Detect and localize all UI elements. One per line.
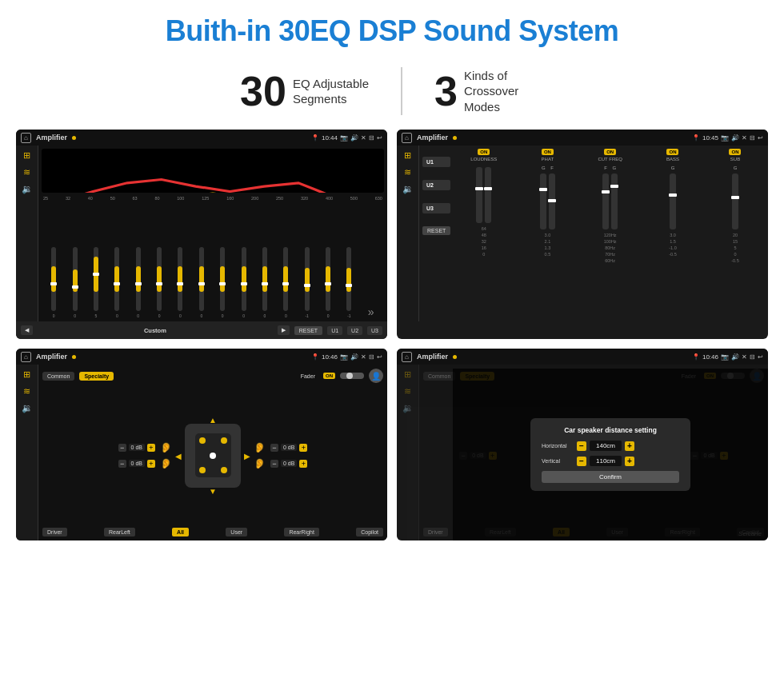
vol-icon-2[interactable]: 🔉 <box>402 184 414 194</box>
db-plus-br[interactable]: + <box>299 460 307 468</box>
slider-2[interactable]: 0 <box>73 247 78 318</box>
db-minus-br[interactable]: − <box>270 460 278 468</box>
driver-btn[interactable]: Driver <box>42 528 67 536</box>
minimize-icon[interactable]: ⊟ <box>369 134 374 142</box>
user-btn[interactable]: User <box>226 528 247 536</box>
bass-on[interactable]: ON <box>666 149 678 155</box>
eq-icon[interactable]: ⊞ <box>23 150 30 161</box>
wave-icon-3[interactable]: ≋ <box>23 386 30 397</box>
vol-icon-3[interactable]: 🔉 <box>22 403 33 413</box>
u2-btn[interactable]: U2 <box>422 180 450 190</box>
cutfreq-slider-f[interactable] <box>602 173 609 229</box>
close-icon[interactable]: ✕ <box>361 134 366 142</box>
slider-15[interactable]: -1 <box>346 247 351 318</box>
slider-6[interactable]: 0 <box>157 247 162 318</box>
minimize-icon-2[interactable]: ⊟ <box>750 134 755 142</box>
tab-common[interactable]: Common <box>42 372 74 381</box>
right-arrow[interactable]: ▶ <box>244 451 250 460</box>
rear-right-btn[interactable]: RearRight <box>284 528 319 536</box>
slider-14[interactable]: 0 <box>326 247 330 318</box>
eq-icon-3[interactable]: ⊞ <box>23 369 30 380</box>
db-minus-bl[interactable]: − <box>118 460 126 468</box>
copilot-btn[interactable]: Copilot <box>356 528 383 536</box>
left-arrow[interactable]: ◀ <box>175 451 182 460</box>
home-icon-2[interactable]: ⌂ <box>402 133 412 143</box>
fader-on[interactable]: ON <box>323 373 335 379</box>
topbar-time-2: 10:45 <box>702 134 718 142</box>
sub-on[interactable]: ON <box>729 149 741 155</box>
db-plus-tl[interactable]: + <box>147 444 155 452</box>
screen-crossover-title: Amplifier <box>417 134 448 142</box>
slider-12[interactable]: 0 <box>283 247 288 318</box>
loudness-slider-r[interactable] <box>485 167 491 223</box>
dialog-vertical-label: Vertical <box>542 458 574 464</box>
back-icon-4[interactable]: ↩ <box>758 353 763 361</box>
eq-u3-btn[interactable]: U3 <box>367 326 382 335</box>
minimize-icon-3[interactable]: ⊟ <box>369 353 374 361</box>
slider-11[interactable]: 0 <box>262 247 267 318</box>
eq-reset-btn[interactable]: RESET <box>294 326 322 335</box>
slider-13[interactable]: -1 <box>305 247 310 318</box>
db-minus-tl[interactable]: − <box>118 444 126 452</box>
close-icon-4[interactable]: ✕ <box>742 353 747 361</box>
vol-down-icon[interactable]: 🔉 <box>22 184 33 194</box>
slider-10[interactable]: 0 <box>242 247 246 318</box>
dialog-vertical-plus[interactable]: + <box>625 457 634 466</box>
slider-7[interactable]: 0 <box>178 247 182 318</box>
home-icon-4[interactable]: ⌂ <box>402 352 412 362</box>
back-icon-2[interactable]: ↩ <box>758 134 763 142</box>
slider-8[interactable]: 0 <box>199 247 204 318</box>
back-icon-3[interactable]: ↩ <box>377 353 382 361</box>
slider-1[interactable]: 0 <box>51 247 56 318</box>
phat-col: ON PHAT G F 3.0 2.1 1.3 0.5 <box>535 149 559 318</box>
dialog-vertical-minus[interactable]: − <box>577 457 586 466</box>
dialog-horizontal-plus[interactable]: + <box>625 441 634 451</box>
phat-slider-g[interactable] <box>540 173 546 229</box>
phat-slider-f[interactable] <box>549 173 555 229</box>
u3-btn[interactable]: U3 <box>422 203 450 213</box>
loudness-slider-l[interactable] <box>476 167 482 223</box>
slider-chevron[interactable]: » <box>368 305 374 318</box>
home-icon[interactable]: ⌂ <box>21 133 31 143</box>
u1-btn[interactable]: U1 <box>422 157 450 167</box>
status-dot-3 <box>72 355 76 359</box>
slider-9[interactable]: 0 <box>220 247 225 318</box>
crossover-reset[interactable]: RESET <box>422 226 450 235</box>
slider-4[interactable]: 0 <box>114 247 119 318</box>
db-plus-tr[interactable]: + <box>299 444 307 452</box>
minimize-icon-4[interactable]: ⊟ <box>750 353 755 361</box>
up-arrow[interactable]: ▲ <box>209 416 217 425</box>
sp-dot-rl <box>199 467 206 473</box>
cutfreq-on[interactable]: ON <box>604 149 616 155</box>
loudness-on[interactable]: ON <box>478 149 490 155</box>
dialog-title: Car speaker distance setting <box>542 426 679 434</box>
fader-slider[interactable] <box>340 373 364 379</box>
all-btn[interactable]: All <box>172 528 189 536</box>
dialog-confirm-btn[interactable]: Confirm <box>542 471 679 483</box>
eq-icon-2[interactable]: ⊞ <box>404 150 411 161</box>
screen-speaker: ⌂ Amplifier 📍 10:46 📷 🔊 ✕ ⊟ ↩ ⊞ ≋ 🔉 Com <box>16 349 387 540</box>
close-icon-3[interactable]: ✕ <box>361 353 366 361</box>
eq-u1-btn[interactable]: U1 <box>327 326 342 335</box>
db-plus-bl[interactable]: + <box>147 460 155 468</box>
eq-prev-btn[interactable]: ◀ <box>21 325 33 335</box>
slider-5[interactable]: 0 <box>136 247 141 318</box>
db-minus-tr[interactable]: − <box>270 444 278 452</box>
down-arrow[interactable]: ▼ <box>209 487 217 496</box>
tab-specialty[interactable]: Specialty <box>79 372 114 381</box>
home-icon-3[interactable]: ⌂ <box>21 352 31 362</box>
eq-u2-btn[interactable]: U2 <box>347 326 362 335</box>
rear-left-btn[interactable]: RearLeft <box>104 528 135 536</box>
wave-icon-2[interactable]: ≋ <box>404 167 411 177</box>
screen-crossover-topbar: ⌂ Amplifier 📍 10:45 📷 🔊 ✕ ⊟ ↩ <box>397 130 768 146</box>
wave-icon[interactable]: ≋ <box>23 167 30 177</box>
phat-on[interactable]: ON <box>542 149 554 155</box>
cutfreq-slider-g[interactable] <box>611 173 618 229</box>
close-icon-2[interactable]: ✕ <box>742 134 747 142</box>
eq-next-btn[interactable]: ▶ <box>278 325 290 335</box>
slider-3[interactable]: 5 <box>94 247 98 318</box>
back-icon[interactable]: ↩ <box>377 134 382 142</box>
bass-slider[interactable] <box>670 173 676 229</box>
dialog-horizontal-minus[interactable]: − <box>577 441 586 451</box>
sub-slider[interactable] <box>732 173 738 229</box>
